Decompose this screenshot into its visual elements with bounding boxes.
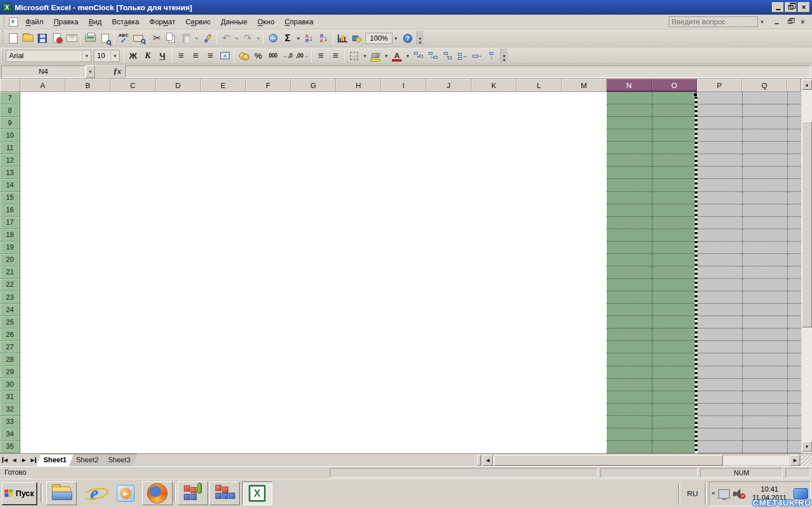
cell-R27[interactable] xyxy=(787,341,801,353)
cell-P19[interactable] xyxy=(697,242,742,254)
cell-R20[interactable] xyxy=(787,254,801,266)
cell-O18[interactable] xyxy=(652,229,697,242)
cell-Q7[interactable] xyxy=(742,92,787,104)
language-indicator[interactable]: RU xyxy=(682,489,703,498)
cell-P31[interactable] xyxy=(697,391,742,404)
align-left-button[interactable]: ≡ xyxy=(174,49,188,63)
row-header-34[interactable]: 34 xyxy=(0,428,20,441)
cell-R17[interactable] xyxy=(787,217,801,229)
bold-button[interactable]: Ж xyxy=(126,49,140,63)
cell-P8[interactable] xyxy=(697,104,742,117)
toolbar-grip[interactable] xyxy=(1,49,5,62)
chart-wizard-button[interactable] xyxy=(335,31,350,46)
cell-N18[interactable] xyxy=(607,229,652,242)
cell-R34[interactable] xyxy=(787,428,801,441)
cell-Q22[interactable] xyxy=(742,279,787,291)
toolbar-options-button[interactable]: ▾ ▾ xyxy=(500,49,508,63)
email-button[interactable] xyxy=(64,31,79,46)
cell-N32[interactable] xyxy=(607,404,652,416)
spelling-button[interactable]: ABC ✓ xyxy=(116,31,131,46)
cell-P24[interactable] xyxy=(697,304,742,316)
cell-O14[interactable] xyxy=(652,179,697,191)
cell-O17[interactable] xyxy=(652,217,697,229)
cell-R23[interactable] xyxy=(787,291,801,304)
cell-O28[interactable] xyxy=(652,353,697,366)
column-header-Q[interactable]: Q xyxy=(742,79,787,92)
custom-tool-2-button[interactable]: ← xyxy=(426,49,440,63)
cell-O33[interactable] xyxy=(652,416,697,428)
cell-N12[interactable] xyxy=(607,154,652,167)
zoom-value[interactable]: 100% xyxy=(365,33,392,44)
name-box-dropdown[interactable]: ▾ xyxy=(86,65,95,78)
cell-R31[interactable] xyxy=(787,391,801,404)
cell-Q31[interactable] xyxy=(742,391,787,404)
cell-N15[interactable] xyxy=(607,192,652,204)
cell-N13[interactable] xyxy=(607,167,652,179)
formula-input[interactable] xyxy=(125,65,811,78)
cell-R35[interactable] xyxy=(787,441,801,453)
cell-R29[interactable] xyxy=(787,366,801,379)
cell-O8[interactable] xyxy=(652,104,697,117)
name-box[interactable]: N4 xyxy=(1,65,86,78)
cell-P7[interactable] xyxy=(697,92,742,104)
horizontal-scroll-thumb[interactable] xyxy=(494,455,723,466)
scroll-right-button[interactable]: ▶ xyxy=(790,455,800,466)
cell-R22[interactable] xyxy=(787,279,801,291)
workbook-minimize-button[interactable] xyxy=(772,17,782,26)
cell-N21[interactable] xyxy=(607,266,652,279)
cell-R14[interactable] xyxy=(787,179,801,191)
taskbar-excel-button[interactable]: X xyxy=(242,481,272,505)
vertical-scroll-thumb[interactable] xyxy=(802,121,812,327)
increase-indent-button[interactable]: ≡ xyxy=(328,49,343,63)
cell-Q32[interactable] xyxy=(742,404,787,416)
hyperlink-button[interactable] xyxy=(266,31,280,46)
cell-Q26[interactable] xyxy=(742,329,787,341)
cell-N24[interactable] xyxy=(607,304,652,316)
cell-N34[interactable] xyxy=(607,428,652,441)
column-header-partial[interactable] xyxy=(787,79,801,92)
row-header-7[interactable]: 7 xyxy=(0,92,20,104)
cell-Q21[interactable] xyxy=(742,266,787,279)
next-sheet-button[interactable]: ▶ xyxy=(19,454,29,466)
cell-Q25[interactable] xyxy=(742,316,787,329)
cell-R30[interactable] xyxy=(787,379,801,391)
cell-N9[interactable] xyxy=(607,117,652,129)
cell-Q15[interactable] xyxy=(742,192,787,204)
new-button[interactable] xyxy=(6,31,20,46)
row-header-35[interactable]: 35 xyxy=(0,441,20,453)
cell-O15[interactable] xyxy=(652,192,697,204)
column-header-E[interactable]: E xyxy=(201,79,246,92)
drawing-button[interactable] xyxy=(350,31,364,46)
undo-button[interactable]: ↶ xyxy=(219,31,233,46)
row-header-17[interactable]: 17 xyxy=(0,217,20,229)
cell-R11[interactable] xyxy=(787,142,801,154)
menu-item-Вид[interactable]: Вид xyxy=(83,16,107,28)
custom-tool-4-button[interactable]: → xyxy=(455,49,470,63)
cell-N17[interactable] xyxy=(607,217,652,229)
cell-Q35[interactable] xyxy=(742,441,787,453)
row-header-8[interactable]: 8 xyxy=(0,104,20,117)
column-header-M[interactable]: M xyxy=(562,79,607,92)
row-header-33[interactable]: 33 xyxy=(0,416,20,428)
cell-N10[interactable] xyxy=(607,129,652,142)
increase-decimal-button[interactable]: ←,0 xyxy=(280,49,295,63)
cell-P28[interactable] xyxy=(697,353,742,366)
scroll-left-button[interactable]: ◀ xyxy=(483,455,493,466)
cell-Q10[interactable] xyxy=(742,129,787,142)
muted-speaker-icon[interactable]: × xyxy=(733,489,745,499)
scroll-down-button[interactable]: ▼ xyxy=(802,441,812,452)
cell-N35[interactable] xyxy=(607,441,652,453)
cell-O34[interactable] xyxy=(652,428,697,441)
underline-button[interactable]: Ч xyxy=(155,49,170,63)
cell-P34[interactable] xyxy=(697,428,742,441)
sheet-tab-Sheet3[interactable]: Sheet3 xyxy=(102,454,138,466)
cell-N22[interactable] xyxy=(607,279,652,291)
cell-P30[interactable] xyxy=(697,379,742,391)
paste-button[interactable] xyxy=(179,31,193,46)
workbook-restore-button[interactable] xyxy=(785,17,795,26)
menu-item-Окно[interactable]: Окно xyxy=(252,16,279,28)
cell-Q27[interactable] xyxy=(742,341,787,353)
row-header-32[interactable]: 32 xyxy=(0,404,20,416)
font-size-combo[interactable]: 10 ▾ xyxy=(94,50,120,62)
cell-O31[interactable] xyxy=(652,391,697,404)
